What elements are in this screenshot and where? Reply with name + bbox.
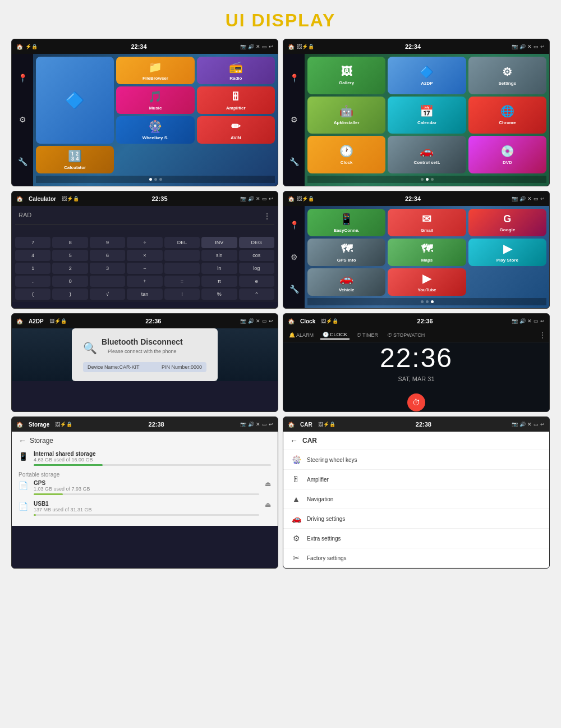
home-icon-car[interactable]: 🏠 <box>288 422 295 428</box>
btn-2[interactable]: 2 <box>52 263 88 274</box>
app-filebrowser[interactable]: 📁 FileBrowser <box>116 57 194 84</box>
status-icons-1: 📷🔊✕▭↩ <box>240 44 273 49</box>
btn-tan[interactable]: tan <box>127 289 162 300</box>
app-calendar[interactable]: 📅 Calendar <box>388 97 466 134</box>
tab-timer[interactable]: ⏱ TIMER <box>354 331 380 339</box>
tab-stopwatch[interactable]: ⏱ STOPWATCH <box>385 331 427 339</box>
app-apkinstaller[interactable]: 🤖 ApkInstaller <box>307 97 385 134</box>
app-a2dp[interactable]: 🔷 A2DP <box>388 57 466 94</box>
car-menu-amplifier[interactable]: 🎚 Amplifier <box>283 470 549 489</box>
btn-6[interactable]: 6 <box>90 250 125 261</box>
btn-add[interactable]: + <box>127 276 162 287</box>
btn-8[interactable]: 8 <box>52 237 88 248</box>
app-music[interactable]: 🎵 Music <box>116 86 194 114</box>
usb1-eject-btn[interactable]: ⏏ <box>265 501 271 509</box>
gear-icon-3[interactable]: 🔧 <box>287 282 301 296</box>
car-menu-steering[interactable]: 🎡 Steering wheel keys <box>283 450 549 470</box>
gear-icon[interactable]: 🔧 <box>16 155 30 168</box>
btn-0[interactable]: 0 <box>52 276 88 287</box>
settings-icon-3[interactable]: ⚙ <box>288 250 300 264</box>
tab-alarm[interactable]: 🔔 ALARM <box>287 331 316 339</box>
app-avin[interactable]: ✏ AVIN <box>197 116 275 144</box>
app-youtube[interactable]: ▶ YouTube <box>388 268 466 296</box>
btn-3[interactable]: 3 <box>90 263 125 274</box>
app-google[interactable]: G Google <box>468 209 546 236</box>
car-menu-extra[interactable]: ⚙ Extra settings <box>283 529 549 548</box>
home-icon-1[interactable]: 🏠 <box>16 44 23 50</box>
app-chrome[interactable]: 🌐 Chrome <box>468 97 546 134</box>
app-vehicle[interactable]: 🚗 Vehicle <box>307 268 385 296</box>
btn-4[interactable]: 4 <box>15 250 50 261</box>
btn-log[interactable]: log <box>239 263 274 274</box>
car-menu-factory[interactable]: ✂ Factory settings <box>283 548 549 568</box>
status-icons-clock: 📷🔊✕▭↩ <box>512 318 545 324</box>
btn-deg[interactable]: DEG <box>239 237 274 248</box>
app-controlsett[interactable]: 🚗 Control sett. <box>388 136 466 173</box>
home-icon-3[interactable]: 🏠 <box>288 196 295 202</box>
app-calculator[interactable]: 🔢 Calculator <box>36 146 114 173</box>
btn-mul[interactable]: × <box>127 250 162 261</box>
storage-internal[interactable]: 📱 Internal shared storage 4.63 GB used o… <box>19 451 271 466</box>
btn-ln[interactable]: ln <box>201 263 237 274</box>
btn-inv[interactable]: INV <box>201 237 237 248</box>
app-radio[interactable]: 📻 Radio <box>197 57 275 84</box>
btn-paren-open[interactable]: ( <box>15 289 50 300</box>
btn-pi[interactable]: π <box>201 276 237 287</box>
settings-icon[interactable]: ⚙ <box>17 113 29 126</box>
btn-7[interactable]: 7 <box>15 237 50 248</box>
location-icon[interactable]: 📍 <box>16 71 30 85</box>
btn-div[interactable]: ÷ <box>127 237 162 248</box>
storage-usb1[interactable]: 📄 USB1 137 MB used of 31.31 GB ⏏ <box>19 501 271 516</box>
btn-excl[interactable]: ! <box>164 289 200 300</box>
app-maps[interactable]: 🗺 Maps <box>388 239 466 266</box>
btn-pct[interactable]: % <box>201 289 237 300</box>
app-gallery[interactable]: 🖼 Gallery <box>307 57 385 94</box>
btn-sqrt[interactable]: √ <box>90 289 125 300</box>
screen-home-3: 🏠 🖼⚡🔒 22:34 📷🔊✕▭↩ 📍 ⚙ 🔧 📱 EasyConne. <box>283 191 550 309</box>
gear-icon-2[interactable]: 🔧 <box>287 155 301 168</box>
gps-eject-btn[interactable]: ⏏ <box>265 480 271 488</box>
btn-1[interactable]: 1 <box>15 263 50 274</box>
btn-sub[interactable]: − <box>127 263 162 274</box>
settings-icon-2[interactable]: ⚙ <box>288 113 300 126</box>
btn-5[interactable]: 5 <box>52 250 88 261</box>
bt-time: 22:36 <box>145 318 161 324</box>
app-dvd[interactable]: 💿 DVD <box>468 136 546 173</box>
btn-eq[interactable]: = <box>164 276 200 287</box>
app-settings[interactable]: ⚙ Settings <box>468 57 546 94</box>
location-icon-2[interactable]: 📍 <box>287 71 301 85</box>
btn-sin[interactable]: sin <box>201 250 237 261</box>
btn-pow[interactable]: ^ <box>239 289 274 300</box>
home-icon-storage[interactable]: 🏠 <box>16 422 23 428</box>
app-gmail[interactable]: ✉ Gmail <box>388 209 466 236</box>
btn-cos[interactable]: cos <box>239 250 274 261</box>
btn-dot[interactable]: . <box>15 276 50 287</box>
home-icon-2[interactable]: 🏠 <box>288 44 295 50</box>
btn-e[interactable]: e <box>239 276 274 287</box>
btn-paren-close[interactable]: ) <box>52 289 88 300</box>
bt-card-title: Bluetooth Disconnect <box>102 337 183 346</box>
btn-del[interactable]: DEL <box>164 237 200 248</box>
app-playstore[interactable]: ▶ Play Store <box>468 239 546 266</box>
back-arrow-car[interactable]: ← <box>290 436 298 445</box>
car-menu-driving[interactable]: 🚗 Driving settings <box>283 509 549 529</box>
storage-gps[interactable]: 📄 GPS 1.03 GB used of 7.93 GB ⏏ <box>19 480 271 495</box>
app-gpsinfo[interactable]: 🗺 GPS Info <box>307 239 385 266</box>
home-icon-clock[interactable]: 🏠 <box>288 318 295 324</box>
app-amplifier[interactable]: 🎚 Amplifier <box>197 86 275 114</box>
location-icon-3[interactable]: 📍 <box>287 218 301 232</box>
home-icon-calc[interactable]: 🏠 <box>16 196 23 202</box>
dot <box>154 178 157 181</box>
car-menu-navigation[interactable]: ▲ Navigation <box>283 489 549 509</box>
clock-more-btn[interactable]: ⋮ <box>539 331 546 339</box>
home-icon-bt[interactable]: 🏠 <box>16 318 23 324</box>
app-easyconn[interactable]: 📱 EasyConne. <box>307 209 385 236</box>
clock-fab-button[interactable]: ⏱ <box>407 393 425 411</box>
app-bluetooth[interactable]: 🔷 <box>36 57 114 144</box>
tab-clock[interactable]: 🕐 CLOCK <box>320 331 350 340</box>
app-wheelkey[interactable]: 🎡 Wheelkey S. <box>116 116 194 144</box>
calc-more-btn[interactable]: ⋮ <box>263 212 271 221</box>
app-clock[interactable]: 🕐 Clock <box>307 136 385 173</box>
back-arrow-storage[interactable]: ← <box>19 436 26 445</box>
btn-9[interactable]: 9 <box>90 237 125 248</box>
